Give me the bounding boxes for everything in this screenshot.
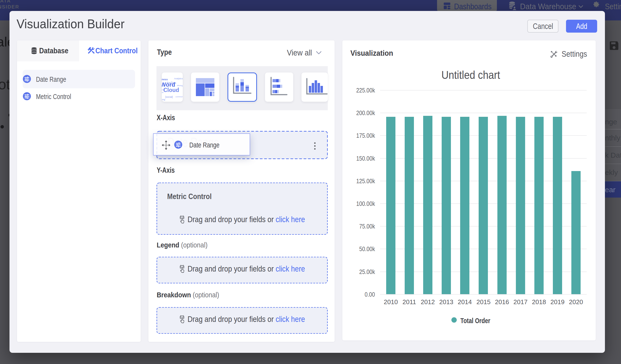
svg-text:common: common: [175, 96, 183, 98]
svg-text:Mining: Mining: [177, 85, 183, 87]
svg-text:mng: mng: [162, 98, 165, 101]
svg-text:Analytics: Analytics: [174, 77, 183, 80]
svg-text:siness: siness: [162, 78, 168, 81]
svg-text:[social]: [social]: [165, 96, 173, 98]
svg-text:Cloud: Cloud: [163, 87, 179, 93]
